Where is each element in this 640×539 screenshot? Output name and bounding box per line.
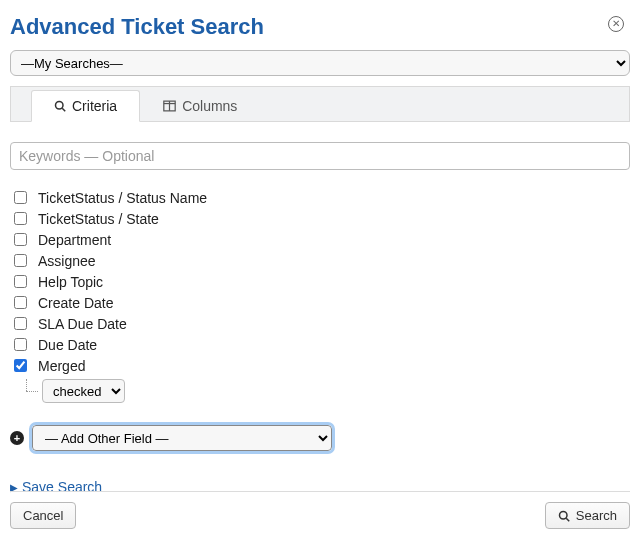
criteria-field-row: Merged xyxy=(10,356,630,375)
cancel-button[interactable]: Cancel xyxy=(10,502,76,529)
criteria-checkbox[interactable] xyxy=(14,191,27,204)
criteria-checkbox[interactable] xyxy=(14,317,27,330)
keywords-input[interactable] xyxy=(10,142,630,170)
tab-columns-label: Columns xyxy=(182,98,237,114)
criteria-field-row: Department xyxy=(10,230,630,249)
criteria-field-label: Merged xyxy=(38,358,85,374)
page-title: Advanced Ticket Search xyxy=(10,14,264,40)
my-searches-dropdown[interactable]: —My Searches— xyxy=(10,50,630,76)
add-other-field-dropdown[interactable]: — Add Other Field — xyxy=(32,425,332,451)
search-button-label: Search xyxy=(576,508,617,523)
criteria-field-label: Due Date xyxy=(38,337,97,353)
tab-columns[interactable]: Columns xyxy=(140,90,260,122)
criteria-checkbox[interactable] xyxy=(14,233,27,246)
search-icon xyxy=(54,100,66,112)
criteria-field-row: Create Date xyxy=(10,293,630,312)
svg-point-0 xyxy=(56,102,64,110)
criteria-checkbox[interactable] xyxy=(14,338,27,351)
criteria-field-row: TicketStatus / State xyxy=(10,209,630,228)
criteria-checkbox[interactable] xyxy=(14,359,27,372)
criteria-field-row: Assignee xyxy=(10,251,630,270)
criteria-field-row: Help Topic xyxy=(10,272,630,291)
criteria-field-row: SLA Due Date xyxy=(10,314,630,333)
criteria-checkbox[interactable] xyxy=(14,296,27,309)
criteria-field-label: TicketStatus / State xyxy=(38,211,159,227)
columns-icon xyxy=(163,100,176,112)
criteria-checkbox[interactable] xyxy=(14,275,27,288)
tab-criteria-label: Criteria xyxy=(72,98,117,114)
search-button[interactable]: Search xyxy=(545,502,630,529)
tree-connector-icon xyxy=(20,381,42,401)
criteria-field-label: TicketStatus / Status Name xyxy=(38,190,207,206)
criteria-checkbox[interactable] xyxy=(14,254,27,267)
merged-condition-dropdown[interactable]: checked xyxy=(42,379,125,403)
merged-subrow: checked xyxy=(20,379,630,403)
close-icon[interactable]: ✕ xyxy=(608,16,624,32)
criteria-checkbox[interactable] xyxy=(14,212,27,225)
svg-point-5 xyxy=(559,511,567,519)
tab-criteria[interactable]: Criteria xyxy=(31,90,140,122)
criteria-field-label: Department xyxy=(38,232,111,248)
criteria-field-label: Help Topic xyxy=(38,274,103,290)
criteria-field-label: Create Date xyxy=(38,295,113,311)
criteria-field-label: SLA Due Date xyxy=(38,316,127,332)
criteria-field-label: Assignee xyxy=(38,253,96,269)
search-icon xyxy=(558,510,570,522)
criteria-fields: TicketStatus / Status NameTicketStatus /… xyxy=(10,188,630,403)
svg-line-6 xyxy=(566,518,569,521)
criteria-field-row: Due Date xyxy=(10,335,630,354)
svg-line-1 xyxy=(62,108,65,111)
add-icon[interactable]: + xyxy=(10,431,24,445)
criteria-field-row: TicketStatus / Status Name xyxy=(10,188,630,207)
cancel-button-label: Cancel xyxy=(23,508,63,523)
tab-bar: Criteria Columns xyxy=(10,86,630,122)
